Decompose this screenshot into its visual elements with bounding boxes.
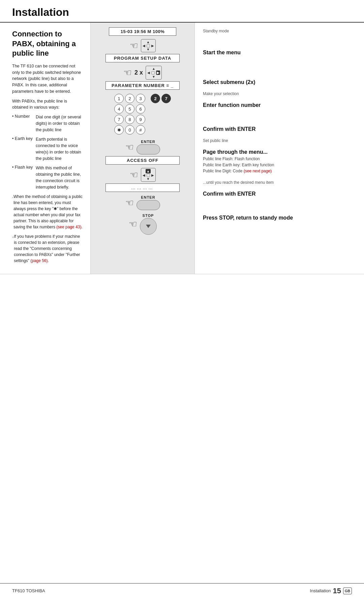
diag-step4: ☞ ENTER ACCESS OFF: [94, 140, 191, 165]
instr-start-menu: Start the menu: [203, 50, 357, 56]
key-hash: #: [136, 125, 145, 135]
confirm-enter-1-main: Confirm with ENTER: [203, 126, 357, 132]
warning-1: ! When the method of obtaining a public …: [12, 194, 84, 230]
enter-btn-1[interactable]: [136, 144, 160, 154]
bullet-flash-text: With this method of obtaining the public…: [36, 165, 84, 190]
hand-icon-3: ☞: [125, 142, 134, 153]
keypad-row-2: 4 5 6: [114, 104, 145, 114]
bullet-number: • Number Dial one digit (or several digi…: [12, 114, 84, 133]
stop-btn[interactable]: [140, 218, 157, 235]
diag-keypad: 1 2 3 2 7 4 5 6 7: [114, 94, 171, 136]
enter-label-1: ENTER: [141, 140, 155, 144]
instr-until-desired: ...until you reach the desired menu item: [203, 180, 357, 185]
instr-set-public: Set public line: [203, 138, 357, 143]
instr-confirm-enter-2: Confirm with ENTER: [203, 191, 357, 197]
instr-make-selection: Make your selection: [203, 91, 357, 96]
spacer-2: [203, 62, 357, 79]
diag-step6: ☞ ENTER: [94, 195, 191, 210]
diag-param-number: PARAMETER NUMBER = _: [105, 81, 180, 90]
spacer-3: [203, 114, 357, 126]
footer: TF610 TOSHIBA Installation 15 GB: [0, 583, 364, 598]
warning-text-1: When the method of obtaining a public li…: [13, 194, 84, 230]
instr-confirm-enter-1: Confirm with ENTER: [203, 126, 357, 132]
diag-step2-row: ☞ 2 x ▲ ◀ ▶ ▼: [94, 66, 191, 80]
description-1: The TF 610 can be connected not only to …: [12, 63, 84, 95]
until-desired-label: ...until you reach the desired menu item: [203, 180, 357, 185]
diag-enter-block-2: ENTER: [136, 195, 160, 210]
standby-label: Standby mode: [203, 29, 357, 33]
footer-gb-badge: GB: [343, 588, 352, 594]
main-content: Connection to PABX, obtaining a public l…: [0, 23, 364, 274]
keypad-row-4: ✱ 0 #: [114, 125, 145, 135]
spacer-1: [203, 39, 357, 50]
key-2: 2: [125, 94, 134, 103]
diag-screen-section: 15-03 19:56 M 100%: [94, 27, 191, 36]
stop-label: STOP: [143, 213, 154, 218]
page-title: Installation: [12, 6, 352, 19]
keypad-row-1: 1 2 3 2 7: [114, 94, 171, 103]
enter-btn-2[interactable]: [136, 200, 160, 210]
diag-enter-row-2: ☞ ENTER: [94, 195, 191, 210]
bullet-number-text: Dial one digit (or several digits) in or…: [36, 114, 84, 133]
warning-2-link: (page 56): [30, 258, 48, 263]
diagram-column: 15-03 19:56 M 100% ☞ ▲ ◀ ▶ ▼: [90, 23, 195, 274]
bullet-number-label: • Number: [12, 114, 36, 133]
keypad-row-3: 7 8 9: [114, 115, 145, 124]
enter-label-2: ENTER: [141, 195, 155, 199]
right-column: Standby mode Start the menu Select subme…: [195, 23, 364, 274]
key-4: 4: [114, 104, 124, 114]
key-7-highlight: 7: [161, 94, 171, 103]
footer-right-label: Installation: [310, 588, 331, 593]
hand-icon-6: ☞: [129, 219, 137, 230]
page: Installation Connection to PABX, obtaini…: [0, 0, 364, 598]
key-3: 3: [136, 94, 145, 103]
key-8: 8: [125, 115, 134, 124]
diag-step1-row: ☞ ▲ ◀ ▶ ▼: [94, 39, 191, 52]
page-through-main: Page through the menu...: [203, 149, 357, 155]
hand-icon-4: ☞: [130, 169, 138, 180]
warning-1-link: (see page 43): [56, 225, 81, 229]
spacer-4: [203, 203, 357, 215]
bullet-earth-label: • Earth key: [12, 136, 36, 162]
nav-cluster-2: ▲ ◀ ▶ ▼: [146, 66, 162, 80]
enter-function-main: Enter function number: [203, 102, 357, 108]
diag-step3: 1 2 3 2 7 4 5 6 7: [94, 93, 191, 136]
instr-select-submenu: Select submenu (2x): [203, 79, 357, 85]
bullet-earth-text: Earth potential is connected to the voic…: [36, 136, 84, 162]
make-selection-label: Make your selection: [203, 91, 357, 96]
instr-press-stop: Press STOP, return to standy mode: [203, 215, 357, 221]
section-heading: Connection to PABX, obtaining a public l…: [12, 29, 84, 58]
bullet-flash-label: • Flash key: [12, 165, 36, 190]
diag-screen: 15-03 19:56 M 100%: [109, 27, 176, 36]
start-menu-main: Start the menu: [203, 50, 357, 56]
key-9: 9: [136, 115, 145, 124]
warning-2: ! If you have problems if your machine i…: [12, 233, 84, 264]
diag-program-setup: PROGRAM SETUP DATA: [105, 54, 180, 62]
confirm-enter-2-main: Confirm with ENTER: [203, 191, 357, 197]
diag-access-off: ACCESS OFF: [105, 156, 180, 165]
key-6: 6: [136, 104, 145, 114]
stop-icon: [145, 223, 152, 230]
nav-cluster-3: ▲ ◀ ▶ ▼: [141, 168, 156, 182]
key-0: 0: [125, 125, 134, 135]
footer-page-number: 15: [333, 587, 341, 595]
page-through-sub: Public line Flash: Flash function Public…: [203, 156, 357, 174]
select-submenu-main: Select submenu (2x): [203, 79, 357, 85]
set-public-label: Set public line: [203, 138, 357, 143]
warning-text-2: If you have problems if your machine is …: [14, 233, 84, 264]
diag-stop-block: STOP: [140, 213, 157, 235]
diag-stop-row: ☞ STOP: [94, 213, 191, 235]
diag-enter-row-1: ☞ ENTER: [94, 140, 191, 154]
svg-marker-4: [146, 225, 151, 228]
description-2: With PABXs, the public line is obtained …: [12, 98, 84, 111]
hand-icon-1: ☞: [130, 40, 138, 51]
key-2-highlight: 2: [151, 94, 160, 103]
diag-step1: ☞ ▲ ◀ ▶ ▼ PROGRAM SETUP DATA: [94, 39, 191, 62]
diag-step5-row: ☞ ▲ ◀ ▶ ▼: [94, 168, 191, 182]
left-column: Connection to PABX, obtaining a public l…: [0, 23, 90, 274]
bullet-flash: • Flash key With this method of obtainin…: [12, 165, 84, 190]
key-star: ✱: [114, 125, 124, 135]
key-5: 5: [125, 104, 134, 114]
diag-2x-label: 2 x: [134, 69, 143, 76]
diag-keypad-row-outer: 1 2 3 2 7 4 5 6 7: [94, 93, 191, 136]
